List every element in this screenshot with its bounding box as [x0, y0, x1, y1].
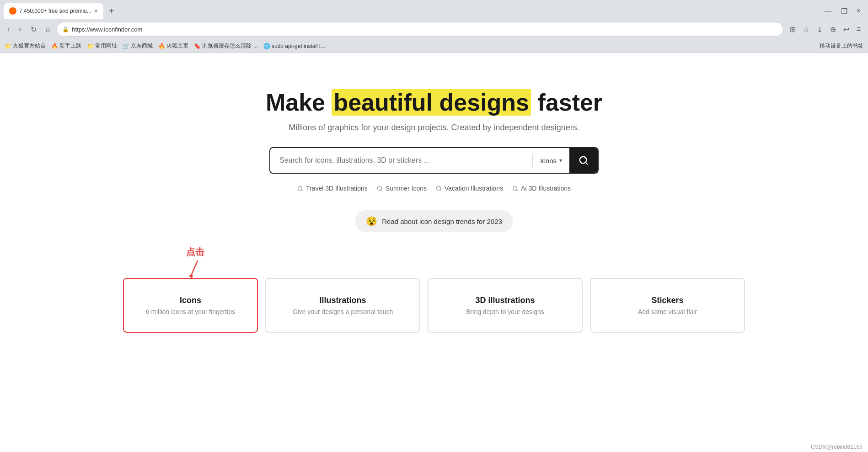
hero-subtitle: Millions of graphics for your design pro…: [289, 123, 579, 133]
svg-line-3: [301, 190, 302, 191]
chevron-down-icon: ▾: [559, 157, 562, 164]
tab-title: 7,450,000+ free and premiu...: [19, 8, 91, 14]
reload-button[interactable]: ↻: [28, 24, 39, 35]
search-small-icon: [297, 186, 303, 191]
extensions-button[interactable]: ⊞: [787, 24, 798, 35]
icons-card-wrapper: 点击 Icons 6 million icons at your fingert…: [123, 278, 258, 333]
design-trends-banner[interactable]: 😵 Read about icon design trends for 2023: [355, 210, 513, 232]
category-icons-subtitle: 6 million icons at your fingertips: [146, 308, 235, 315]
trending-item-3[interactable]: Ai 3D Illustrations: [512, 185, 571, 192]
bookmark-item-3[interactable]: 🛒 京东商城: [123, 42, 153, 50]
trending-item-2[interactable]: Vacation Illustrations: [436, 185, 503, 192]
restore-button[interactable]: ❐: [837, 6, 851, 16]
profile-button[interactable]: ⊕: [827, 24, 839, 35]
bookmark-end: 移动设备上的书签: [820, 42, 863, 50]
tab-favicon: [9, 7, 16, 15]
category-icons-title: Icons: [180, 296, 201, 305]
browser-chrome: 7,450,000+ free and premiu... × + — ❐ × …: [0, 0, 868, 53]
hero-title-part1: Make: [266, 89, 332, 116]
search-button[interactable]: [569, 148, 598, 173]
category-illustrations-title: Illustrations: [319, 296, 366, 305]
trending-item-0[interactable]: Travel 3D Illustrations: [297, 185, 368, 192]
bookmark-item-4[interactable]: 🔥 火狐主页: [158, 42, 188, 50]
browser-tab-active[interactable]: 7,450,000+ free and premiu... ×: [4, 3, 103, 19]
category-card-stickers[interactable]: Stickers Add some visual flair: [590, 278, 745, 333]
hero-section: Make beautiful designs faster Millions o…: [257, 53, 611, 278]
category-card-illustrations[interactable]: Illustrations Give your designs a person…: [265, 278, 420, 333]
hero-title: Make beautiful designs faster: [266, 90, 602, 116]
category-stickers-title: Stickers: [651, 296, 683, 305]
address-bar[interactable]: 🔒 https://www.iconfinder.com: [56, 22, 783, 37]
hero-title-highlight: beautiful designs: [332, 89, 531, 116]
back-button[interactable]: ‹: [5, 24, 12, 34]
category-3d-title: 3D illustrations: [475, 296, 535, 305]
banner-emoji: 😵: [366, 216, 377, 227]
trending-searches: Travel 3D Illustrations Summer Icons Vac…: [297, 185, 571, 192]
category-card-icons[interactable]: Icons 6 million icons at your fingertips: [123, 278, 258, 333]
home-button[interactable]: ⌂: [43, 24, 53, 34]
toolbar-actions: ⊞ ☆ ⤓ ⊕ ↩ ≡: [787, 24, 863, 35]
bookmark-item-1[interactable]: 🔥 新手上路: [51, 42, 81, 50]
browser-tabs: 7,450,000+ free and premiu... × +: [4, 3, 817, 19]
bookmark-item-2[interactable]: 📁 常用网址: [87, 42, 117, 50]
search-type-selector[interactable]: Icons ▾: [533, 157, 569, 165]
bookmarks-bar: 📁 火狐官方站点 🔥 新手上路 📁 常用网址 🛒 京东商城 🔥 火狐主页 🔖 浏…: [0, 39, 868, 53]
trending-item-1[interactable]: Summer Icons: [377, 185, 427, 192]
banner-text: Read about icon design trends for 2023: [382, 218, 502, 225]
new-tab-button[interactable]: +: [105, 5, 118, 17]
bookmark-button[interactable]: ☆: [800, 24, 812, 35]
minimize-button[interactable]: —: [821, 6, 836, 16]
annotation-label: 点击: [186, 246, 204, 258]
window-controls: — ❐ ×: [821, 6, 864, 16]
url-text: https://www.iconfinder.com: [72, 26, 777, 33]
svg-line-5: [381, 190, 382, 191]
svg-line-7: [440, 190, 441, 191]
bookmark-item-6[interactable]: 🌐 sudo apt-get install l...: [263, 43, 325, 49]
hero-title-part2: faster: [531, 89, 602, 116]
undo-button[interactable]: ↩: [841, 24, 852, 35]
bookmark-item-0[interactable]: 📁 火狐官方站点: [5, 42, 46, 50]
lock-icon: 🔒: [62, 26, 69, 32]
search-icon: [579, 155, 589, 165]
category-section: 点击 Icons 6 million icons at your fingert…: [114, 278, 754, 351]
category-illustrations-subtitle: Give your designs a personal touch: [293, 308, 393, 315]
close-window-button[interactable]: ×: [853, 6, 864, 16]
menu-button[interactable]: ≡: [854, 24, 863, 34]
download-button[interactable]: ⤓: [814, 24, 825, 35]
bookmark-item-5[interactable]: 🔖 浏览器缓存怎么清除-...: [194, 42, 258, 50]
category-3d-subtitle: Bring depth to your designs: [466, 308, 544, 315]
tab-close-btn[interactable]: ×: [94, 7, 98, 15]
browser-titlebar: 7,450,000+ free and premiu... × + — ❐ ×: [0, 0, 868, 19]
svg-line-1: [585, 162, 587, 164]
search-container: Icons ▾: [269, 147, 599, 174]
browser-toolbar: ‹ › ↻ ⌂ 🔒 https://www.iconfinder.com ⊞ ☆…: [0, 19, 868, 39]
forward-button[interactable]: ›: [16, 24, 24, 34]
watermark: CSDN@robin861169: [0, 442, 868, 452]
search-small-icon: [436, 186, 442, 191]
search-type-label: Icons: [540, 157, 557, 165]
search-small-icon: [377, 186, 383, 191]
search-small-icon: [512, 186, 518, 191]
svg-line-9: [516, 190, 517, 191]
page-content: Make beautiful designs faster Millions o…: [0, 53, 868, 452]
search-input[interactable]: [270, 148, 532, 173]
category-card-3d[interactable]: 3D illustrations Bring depth to your des…: [428, 278, 583, 333]
category-stickers-subtitle: Add some visual flair: [638, 308, 697, 315]
